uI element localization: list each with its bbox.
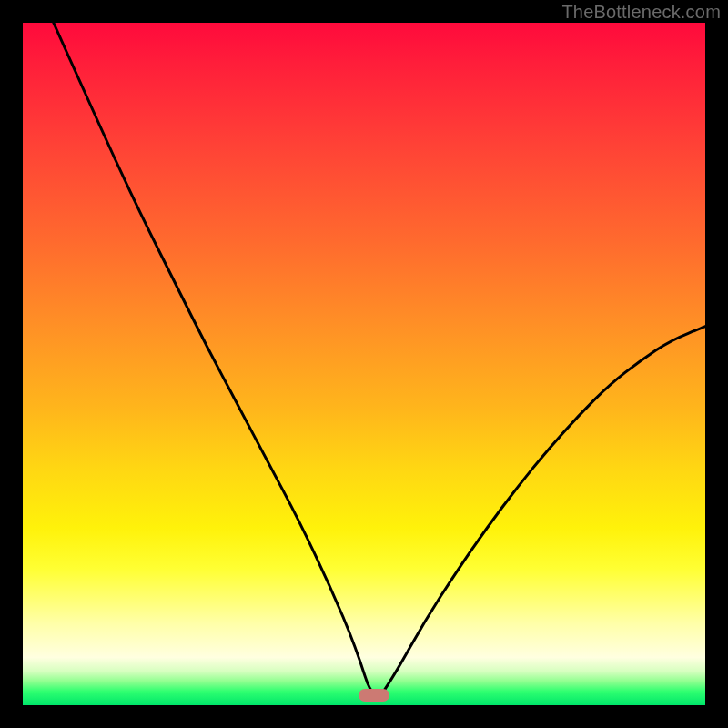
bottleneck-curve <box>23 23 705 705</box>
chart-frame: TheBottleneck.com <box>0 0 728 728</box>
bottleneck-marker <box>359 689 389 702</box>
watermark-label: TheBottleneck.com <box>561 2 721 23</box>
plot-area <box>23 23 705 705</box>
